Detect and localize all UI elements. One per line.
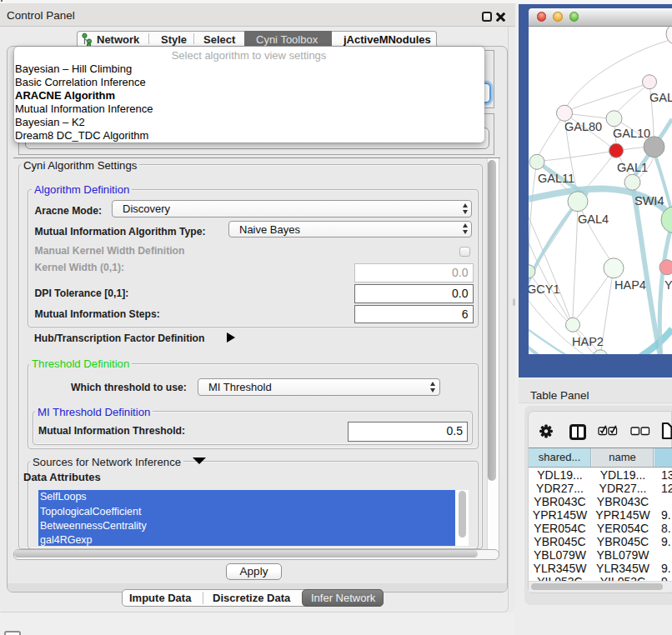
svg-text:Y: Y <box>664 278 672 291</box>
svg-text:GAL7: GAL7 <box>649 90 672 103</box>
svg-text:GAL11: GAL11 <box>538 171 574 184</box>
svg-text:GAL80: GAL80 <box>564 119 602 132</box>
svg-text:GAL1: GAL1 <box>617 160 648 173</box>
svg-text:GAL10: GAL10 <box>613 126 650 139</box>
svg-text:SWI4: SWI4 <box>634 193 664 207</box>
svg-text:GCY1: GCY1 <box>529 282 560 295</box>
svg-text:HAP2: HAP2 <box>572 334 604 348</box>
svg-text:HAP4: HAP4 <box>614 278 646 291</box>
svg-text:GAL4: GAL4 <box>578 212 609 225</box>
